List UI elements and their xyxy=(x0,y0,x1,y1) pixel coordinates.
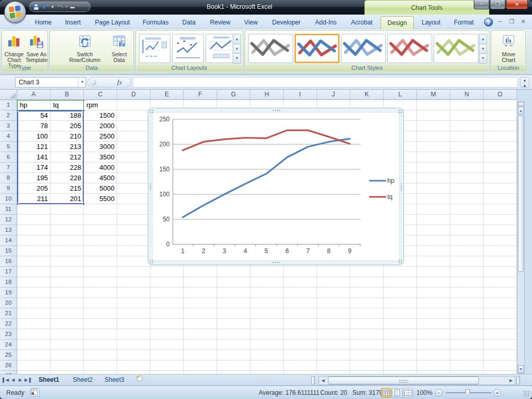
tab-view[interactable]: View xyxy=(238,16,264,29)
chart-layout-option-3[interactable] xyxy=(206,34,237,63)
select-all-corner[interactable] xyxy=(0,90,17,100)
scroll-right-icon[interactable]: ▶ xyxy=(507,377,515,384)
column-header-G[interactable]: G xyxy=(217,90,250,100)
row-header-1[interactable]: 1 xyxy=(0,100,17,110)
chart-style-option-5[interactable] xyxy=(434,34,478,63)
row-header-6[interactable]: 6 xyxy=(0,152,17,163)
row-header-15[interactable]: 15 xyxy=(0,246,17,256)
scroll-left-icon[interactable]: ◀ xyxy=(319,377,327,384)
column-header-N[interactable]: N xyxy=(450,90,484,100)
first-sheet-icon[interactable]: ▌◀ xyxy=(2,376,9,384)
customize-qat-icon[interactable]: ▬ xyxy=(70,3,74,11)
chart-style-option-1[interactable] xyxy=(248,34,293,63)
chart-handle-bottom-right[interactable] xyxy=(398,259,402,264)
chart-layout-option-2[interactable] xyxy=(172,34,204,63)
formula-input[interactable] xyxy=(133,77,518,88)
scroll-down-icon[interactable]: ▼ xyxy=(518,365,524,373)
next-sheet-icon[interactable]: ▶ xyxy=(17,376,24,384)
chart-handle-top[interactable] xyxy=(272,109,281,111)
column-header-J[interactable]: J xyxy=(317,90,350,100)
scroll-up-icon[interactable]: ▲ xyxy=(518,107,524,115)
switch-row-column-button[interactable]: Switch Row/Column xyxy=(64,33,106,65)
zoom-slider-thumb[interactable] xyxy=(465,389,470,396)
save-as-template-button[interactable]: Save As Template xyxy=(25,33,48,65)
row-header-13[interactable]: 13 xyxy=(0,225,17,235)
cell-C6[interactable]: 3500 xyxy=(84,152,117,163)
chart-handle-right[interactable] xyxy=(400,183,402,191)
row-header-11[interactable]: 11 xyxy=(0,204,17,215)
page-break-view-button[interactable] xyxy=(403,388,413,397)
last-sheet-icon[interactable]: ▶▐ xyxy=(24,376,31,384)
sheet-tab-sheet1[interactable]: Sheet1 xyxy=(32,375,66,385)
sheet-tab-sheet2[interactable]: Sheet2 xyxy=(68,375,98,385)
gallery-up-icon[interactable]: ▲ xyxy=(479,34,487,44)
horizontal-split-handle[interactable] xyxy=(516,376,520,384)
tab-home[interactable]: Home xyxy=(30,16,57,29)
row-header-12[interactable]: 12 xyxy=(0,215,17,225)
gallery-more-icon[interactable]: ▼ xyxy=(233,53,241,64)
tab-split-handle[interactable] xyxy=(311,376,315,384)
column-header-A[interactable]: A xyxy=(17,90,50,100)
insert-function-button[interactable]: fx xyxy=(87,77,131,88)
row-header-8[interactable]: 8 xyxy=(0,173,17,183)
row-header-10[interactable]: 10 xyxy=(0,194,17,204)
column-header-L[interactable]: L xyxy=(384,90,417,100)
gallery-more-icon[interactable]: ▼ xyxy=(479,53,487,64)
row-header-26[interactable]: 26 xyxy=(0,360,17,371)
tab-design[interactable]: Design xyxy=(381,16,414,29)
vertical-scroll-thumb[interactable] xyxy=(518,116,524,272)
sheet-tab-sheet3[interactable]: Sheet3 xyxy=(99,375,130,385)
row-header-7[interactable]: 7 xyxy=(0,163,17,173)
row-header-4[interactable]: 4 xyxy=(0,131,17,142)
chart-object[interactable]: 050100150200250123456789hptq xyxy=(148,108,404,265)
restore-button[interactable]: ❐ xyxy=(490,0,505,9)
row-header-9[interactable]: 9 xyxy=(0,183,17,194)
horizontal-scroll-thumb[interactable] xyxy=(328,377,479,384)
tab-acrobat[interactable]: Acrobat xyxy=(345,16,378,29)
tab-add-ins[interactable]: Add-Ins xyxy=(309,16,343,29)
cell-C7[interactable]: 4000 xyxy=(84,163,117,173)
chart-handle-left[interactable] xyxy=(149,183,151,191)
row-header-17[interactable]: 17 xyxy=(0,267,17,277)
row-header-14[interactable]: 14 xyxy=(0,235,17,246)
column-header-D[interactable]: D xyxy=(117,90,150,100)
zoom-out-icon[interactable]: − xyxy=(435,389,442,396)
redo-icon[interactable]: ▾ xyxy=(56,3,68,11)
tab-review[interactable]: Review xyxy=(205,16,236,29)
macro-record-button[interactable] xyxy=(30,388,40,397)
horizontal-scrollbar[interactable]: ◀ ▶ xyxy=(319,376,515,385)
office-button[interactable] xyxy=(4,1,26,23)
expand-formula-bar-icon[interactable]: ▼▲ xyxy=(520,77,529,88)
tab-page-layout[interactable]: Page Layout xyxy=(89,16,136,29)
workbook-minimize-icon[interactable]: ─ xyxy=(496,18,505,26)
column-header-E[interactable]: E xyxy=(150,90,184,100)
row-header-3[interactable]: 3 xyxy=(0,121,17,131)
normal-view-button[interactable] xyxy=(381,388,391,397)
save-icon[interactable] xyxy=(33,3,40,11)
prev-sheet-icon[interactable]: ◀ xyxy=(9,376,17,384)
chart-layout-option-1[interactable] xyxy=(139,34,170,63)
row-header-18[interactable]: 18 xyxy=(0,277,17,288)
insert-worksheet-tab[interactable] xyxy=(131,375,148,385)
row-header-19[interactable]: 19 xyxy=(0,288,17,298)
workbook-close-icon[interactable]: ✕ xyxy=(518,18,528,26)
column-header-O[interactable]: O xyxy=(484,90,517,100)
name-box-dropdown-icon[interactable]: ▼ xyxy=(78,77,86,88)
tab-insert[interactable]: Insert xyxy=(59,16,87,29)
row-header-23[interactable]: 23 xyxy=(0,329,17,340)
column-header-F[interactable]: F xyxy=(184,90,217,100)
chart-handle-top-right[interactable] xyxy=(398,109,402,114)
column-header-K[interactable]: K xyxy=(350,90,384,100)
select-data-button[interactable]: Select Data xyxy=(106,33,132,65)
gallery-down-icon[interactable]: ▼ xyxy=(233,44,241,54)
close-button[interactable]: ✕ xyxy=(506,0,528,9)
name-box[interactable]: Chart 3 xyxy=(15,77,86,88)
cell-C2[interactable]: 1500 xyxy=(84,110,117,121)
chart-style-option-3[interactable] xyxy=(341,34,386,63)
undo-icon[interactable]: ▾ xyxy=(42,3,54,11)
change-chart-type-button[interactable]: Change Chart Type xyxy=(3,33,26,65)
vertical-split-handle[interactable] xyxy=(518,102,524,106)
cell-C3[interactable]: 2000 xyxy=(84,121,117,131)
cell-C10[interactable]: 5500 xyxy=(84,194,117,204)
chart-handle-top-left[interactable] xyxy=(149,109,154,114)
